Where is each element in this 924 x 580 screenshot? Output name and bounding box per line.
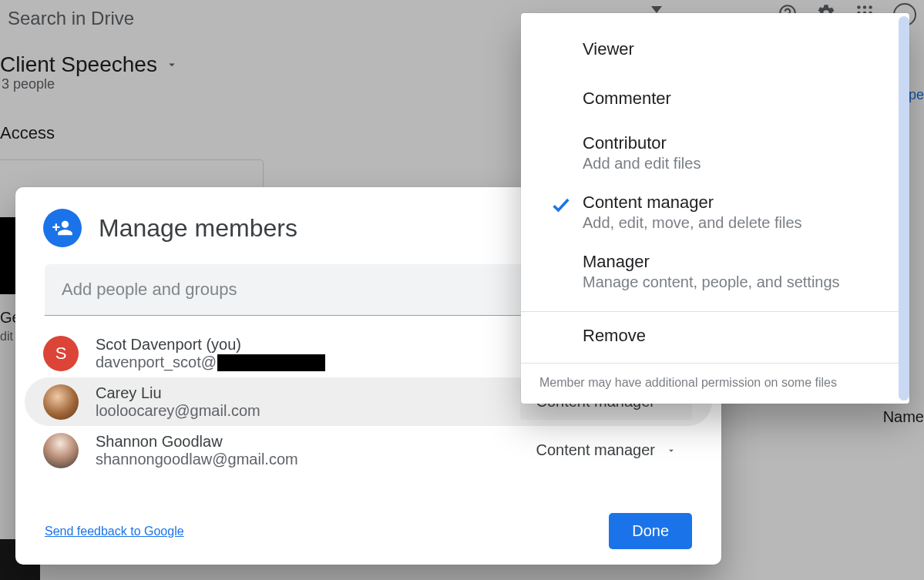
role-option-title: Contributor: [583, 133, 888, 153]
avatar: S: [43, 336, 79, 371]
chevron-down-icon: [165, 58, 179, 72]
svg-point-2: [869, 5, 872, 8]
member-email: looloocarey@gmail.com: [96, 402, 503, 420]
role-option-remove[interactable]: Remove: [521, 324, 909, 350]
role-option-contributor[interactable]: Contributor Add and edit files: [521, 126, 909, 180]
dialog-footer: Send feedback to Google Done: [45, 513, 692, 549]
role-option-viewer[interactable]: Viewer: [521, 32, 909, 67]
role-option-desc: Add and edit files: [583, 155, 888, 173]
role-option-title: Manager: [583, 252, 888, 272]
redacted-email-domain: [217, 354, 325, 371]
role-option-title: Remove: [583, 326, 888, 346]
role-option-commenter[interactable]: Commenter: [521, 81, 909, 116]
svg-point-1: [863, 5, 866, 8]
role-option-desc: Manage content, people, and settings: [583, 273, 888, 291]
role-option-title: Content manager: [583, 193, 888, 213]
role-option-content-manager[interactable]: Content manager Add, edit, move, and del…: [521, 185, 909, 240]
access-section-label: Access: [0, 123, 55, 143]
role-option-title: Viewer: [583, 39, 888, 59]
truncated-text-pe: pe: [909, 87, 924, 103]
menu-separator: [521, 363, 909, 364]
avatar: [43, 384, 79, 420]
folder-title: Client Speeches: [0, 52, 157, 77]
role-label: Content manager: [536, 441, 655, 459]
folder-title-row: Client Speeches: [0, 52, 179, 77]
role-option-manager[interactable]: Manager Manage content, people, and sett…: [521, 244, 909, 299]
member-name: Shannon Goodlaw: [96, 433, 503, 451]
check-icon: [539, 193, 583, 216]
chevron-down-icon: [666, 445, 677, 456]
role-option-desc: Add, edit, move, and delete files: [583, 214, 888, 232]
send-feedback-link[interactable]: Send feedback to Google: [45, 525, 184, 538]
column-header-name: Name: [883, 408, 924, 426]
truncated-text-dit: dit: [0, 330, 13, 344]
role-menu-footer: Member may have additional permission on…: [521, 376, 909, 390]
scrollbar-icon[interactable]: [899, 16, 909, 401]
member-name: Carey Liu: [96, 384, 503, 402]
avatar: [43, 433, 79, 468]
member-email: shannongoodlaw@gmail.com: [96, 451, 503, 468]
role-menu: Viewer Commenter Contributor Add and edi…: [521, 13, 909, 404]
person-add-icon: [43, 209, 82, 247]
member-row: Shannon Goodlaw shannongoodlaw@gmail.com…: [15, 426, 721, 474]
menu-separator: [521, 311, 909, 312]
role-option-title: Commenter: [583, 89, 888, 109]
role-dropdown[interactable]: Content manager: [520, 432, 692, 468]
done-button[interactable]: Done: [609, 513, 692, 549]
dialog-title: Manage members: [99, 214, 297, 243]
caret-icon: [651, 6, 662, 13]
search-placeholder-text: Search in Drive: [8, 8, 134, 29]
people-count: 3 people: [2, 76, 55, 92]
svg-point-0: [857, 5, 860, 8]
